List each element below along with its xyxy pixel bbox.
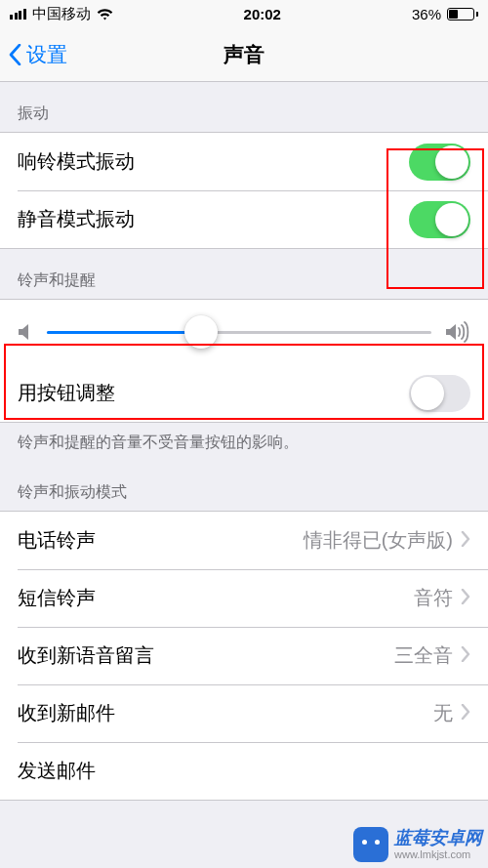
carrier-text: 中国移动 xyxy=(32,5,91,23)
list-ringer: 用按钮调整 xyxy=(0,299,488,423)
new-mail-value: 无 xyxy=(433,700,453,726)
status-right: 36% xyxy=(412,6,478,22)
signal-icon xyxy=(10,9,26,20)
row-new-mail[interactable]: 收到新邮件 无 xyxy=(0,684,488,742)
section-header-vibration: 振动 xyxy=(0,82,488,132)
ring-vibrate-label: 响铃模式振动 xyxy=(18,148,409,175)
voicemail-value: 三全音 xyxy=(394,642,453,669)
row-voicemail[interactable]: 收到新语音留言 三全音 xyxy=(0,627,488,684)
wifi-icon xyxy=(97,6,113,22)
watermark: 蓝莓安卓网 www.lmkjst.com xyxy=(353,827,482,862)
nav-back-button[interactable]: 设置 xyxy=(8,41,67,68)
section-header-patterns: 铃声和振动模式 xyxy=(0,461,488,511)
ringtone-label: 电话铃声 xyxy=(18,527,304,554)
watermark-url: www.lmkjst.com xyxy=(394,848,482,860)
chevron-right-icon xyxy=(461,529,470,552)
nav-bar: 设置 声音 xyxy=(0,27,488,82)
chevron-right-icon xyxy=(461,587,470,609)
row-ring-vibrate: 响铃模式振动 xyxy=(0,133,488,190)
status-bar: 中国移动 20:02 36% xyxy=(0,0,488,27)
row-volume-slider xyxy=(0,300,488,364)
silent-vibrate-switch[interactable] xyxy=(409,201,470,238)
watermark-logo xyxy=(353,827,388,862)
volume-slider[interactable] xyxy=(47,331,431,334)
volume-slider-thumb[interactable] xyxy=(184,315,218,349)
nav-back-label: 设置 xyxy=(26,41,67,68)
row-sent-mail[interactable]: 发送邮件 xyxy=(0,742,488,800)
row-text-tone[interactable]: 短信铃声 音符 xyxy=(0,569,488,627)
chevron-right-icon xyxy=(461,644,470,667)
list-vibration: 响铃模式振动 静音模式振动 xyxy=(0,132,488,249)
volume-high-icon xyxy=(445,321,470,343)
text-tone-value: 音符 xyxy=(414,585,453,611)
row-silent-vibrate: 静音模式振动 xyxy=(0,190,488,248)
battery-icon xyxy=(447,8,478,21)
sent-mail-label: 发送邮件 xyxy=(18,758,470,784)
row-change-with-buttons: 用按钮调整 xyxy=(0,364,488,422)
volume-low-icon xyxy=(18,322,33,342)
watermark-title: 蓝莓安卓网 xyxy=(394,829,482,848)
change-with-buttons-label: 用按钮调整 xyxy=(18,380,409,406)
list-patterns: 电话铃声 情非得已(女声版) 短信铃声 音符 收到新语音留言 三全音 收到新邮件… xyxy=(0,511,488,801)
chevron-left-icon xyxy=(8,44,22,65)
voicemail-label: 收到新语音留言 xyxy=(18,642,394,669)
row-ringtone[interactable]: 电话铃声 情非得已(女声版) xyxy=(0,512,488,569)
status-time: 20:02 xyxy=(244,6,281,22)
change-with-buttons-switch[interactable] xyxy=(409,375,470,412)
battery-text: 36% xyxy=(412,6,441,22)
new-mail-label: 收到新邮件 xyxy=(18,700,433,726)
section-header-ringer: 铃声和提醒 xyxy=(0,249,488,299)
silent-vibrate-label: 静音模式振动 xyxy=(18,206,409,232)
chevron-right-icon xyxy=(461,702,470,724)
ring-vibrate-switch[interactable] xyxy=(409,144,470,181)
page-title: 声音 xyxy=(0,41,488,68)
status-left: 中国移动 xyxy=(10,5,113,23)
text-tone-label: 短信铃声 xyxy=(18,585,414,611)
section-footer-ringer: 铃声和提醒的音量不受音量按钮的影响。 xyxy=(0,423,488,461)
ringtone-value: 情非得已(女声版) xyxy=(304,527,453,554)
